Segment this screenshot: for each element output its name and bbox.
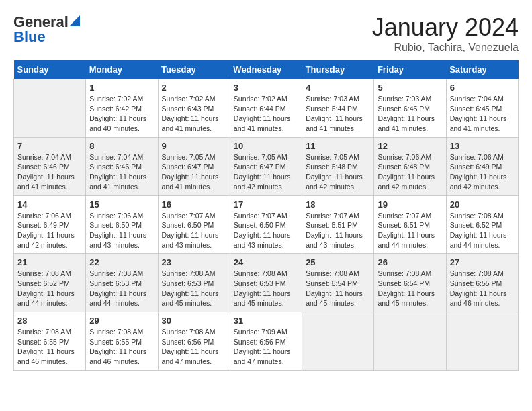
- day-number: 11: [306, 141, 370, 151]
- calendar-cell: [302, 312, 374, 371]
- calendar-cell: 30Sunrise: 7:08 AM Sunset: 6:56 PM Dayli…: [158, 312, 230, 371]
- day-number: 30: [162, 316, 226, 326]
- calendar-cell: 23Sunrise: 7:08 AM Sunset: 6:53 PM Dayli…: [158, 254, 230, 312]
- calendar-cell: 18Sunrise: 7:07 AM Sunset: 6:51 PM Dayli…: [302, 195, 374, 254]
- day-number: 22: [89, 257, 154, 267]
- calendar-table: SundayMondayTuesdayWednesdayThursdayFrid…: [13, 60, 519, 371]
- title-block: January 2024 Rubio, Tachira, Venezuela: [372, 13, 519, 54]
- day-info: Sunrise: 7:08 AM Sunset: 6:52 PM Dayligh…: [17, 269, 82, 308]
- calendar-cell: 31Sunrise: 7:09 AM Sunset: 6:56 PM Dayli…: [230, 312, 302, 371]
- page-header: General Blue January 2024 Rubio, Tachira…: [13, 13, 519, 54]
- day-number: 23: [162, 257, 226, 267]
- day-number: 15: [89, 199, 154, 210]
- day-info: Sunrise: 7:02 AM Sunset: 6:44 PM Dayligh…: [234, 94, 298, 134]
- day-number: 25: [306, 257, 370, 267]
- calendar-week-4: 21Sunrise: 7:08 AM Sunset: 6:52 PM Dayli…: [14, 254, 519, 312]
- calendar-cell: 11Sunrise: 7:05 AM Sunset: 6:48 PM Dayli…: [302, 137, 374, 195]
- calendar-cell: 28Sunrise: 7:08 AM Sunset: 6:55 PM Dayli…: [14, 312, 86, 371]
- calendar-cell: 17Sunrise: 7:07 AM Sunset: 6:50 PM Dayli…: [230, 195, 302, 254]
- day-number: 6: [450, 83, 515, 93]
- calendar-cell: 20Sunrise: 7:08 AM Sunset: 6:52 PM Dayli…: [446, 195, 518, 254]
- calendar-cell: 26Sunrise: 7:08 AM Sunset: 6:54 PM Dayli…: [374, 254, 446, 312]
- day-number: 26: [378, 257, 442, 267]
- day-info: Sunrise: 7:04 AM Sunset: 6:45 PM Dayligh…: [450, 94, 515, 134]
- calendar-header-row: SundayMondayTuesdayWednesdayThursdayFrid…: [14, 60, 519, 79]
- day-info: Sunrise: 7:02 AM Sunset: 6:42 PM Dayligh…: [89, 94, 154, 134]
- calendar-cell: 1Sunrise: 7:02 AM Sunset: 6:42 PM Daylig…: [86, 79, 158, 138]
- day-info: Sunrise: 7:06 AM Sunset: 6:49 PM Dayligh…: [450, 152, 515, 192]
- day-number: 8: [89, 141, 154, 151]
- day-info: Sunrise: 7:08 AM Sunset: 6:54 PM Dayligh…: [378, 269, 442, 308]
- calendar-week-1: 1Sunrise: 7:02 AM Sunset: 6:42 PM Daylig…: [14, 79, 519, 138]
- day-info: Sunrise: 7:07 AM Sunset: 6:50 PM Dayligh…: [234, 211, 298, 250]
- logo-arrow-icon: [69, 15, 80, 26]
- calendar-cell: 3Sunrise: 7:02 AM Sunset: 6:44 PM Daylig…: [230, 79, 302, 138]
- header-sunday: Sunday: [14, 60, 86, 79]
- day-number: 14: [17, 199, 82, 210]
- logo: General Blue: [13, 13, 80, 46]
- header-tuesday: Tuesday: [158, 60, 230, 79]
- header-wednesday: Wednesday: [230, 60, 302, 79]
- day-number: 19: [378, 199, 442, 210]
- day-number: 24: [234, 257, 298, 267]
- day-info: Sunrise: 7:07 AM Sunset: 6:51 PM Dayligh…: [378, 211, 442, 250]
- calendar-week-2: 7Sunrise: 7:04 AM Sunset: 6:46 PM Daylig…: [14, 137, 519, 195]
- calendar-cell: 15Sunrise: 7:06 AM Sunset: 6:50 PM Dayli…: [86, 195, 158, 254]
- day-info: Sunrise: 7:02 AM Sunset: 6:43 PM Dayligh…: [162, 94, 226, 134]
- calendar-cell: [446, 312, 518, 371]
- day-number: 29: [89, 316, 154, 326]
- day-info: Sunrise: 7:07 AM Sunset: 6:50 PM Dayligh…: [162, 211, 226, 250]
- calendar-cell: 22Sunrise: 7:08 AM Sunset: 6:53 PM Dayli…: [86, 254, 158, 312]
- header-friday: Friday: [374, 60, 446, 79]
- logo-blue: Blue: [13, 28, 46, 46]
- day-info: Sunrise: 7:06 AM Sunset: 6:48 PM Dayligh…: [378, 152, 442, 192]
- calendar-cell: 6Sunrise: 7:04 AM Sunset: 6:45 PM Daylig…: [446, 79, 518, 138]
- calendar-cell: 16Sunrise: 7:07 AM Sunset: 6:50 PM Dayli…: [158, 195, 230, 254]
- calendar-cell: 10Sunrise: 7:05 AM Sunset: 6:47 PM Dayli…: [230, 137, 302, 195]
- header-saturday: Saturday: [446, 60, 518, 79]
- day-number: 27: [450, 257, 515, 267]
- calendar-cell: 19Sunrise: 7:07 AM Sunset: 6:51 PM Dayli…: [374, 195, 446, 254]
- day-info: Sunrise: 7:03 AM Sunset: 6:45 PM Dayligh…: [378, 94, 442, 134]
- day-info: Sunrise: 7:05 AM Sunset: 6:48 PM Dayligh…: [306, 152, 370, 192]
- calendar-cell: 8Sunrise: 7:04 AM Sunset: 6:46 PM Daylig…: [86, 137, 158, 195]
- day-number: 17: [234, 199, 298, 210]
- day-info: Sunrise: 7:08 AM Sunset: 6:54 PM Dayligh…: [306, 269, 370, 308]
- day-info: Sunrise: 7:04 AM Sunset: 6:46 PM Dayligh…: [17, 152, 82, 192]
- day-number: 1: [89, 83, 154, 93]
- day-number: 18: [306, 199, 370, 210]
- day-info: Sunrise: 7:08 AM Sunset: 6:55 PM Dayligh…: [450, 269, 515, 308]
- header-thursday: Thursday: [302, 60, 374, 79]
- day-info: Sunrise: 7:08 AM Sunset: 6:53 PM Dayligh…: [162, 269, 226, 308]
- day-info: Sunrise: 7:08 AM Sunset: 6:55 PM Dayligh…: [89, 327, 154, 367]
- calendar-cell: 9Sunrise: 7:05 AM Sunset: 6:47 PM Daylig…: [158, 137, 230, 195]
- day-number: 10: [234, 141, 298, 151]
- calendar-cell: [14, 79, 86, 138]
- calendar-cell: 27Sunrise: 7:08 AM Sunset: 6:55 PM Dayli…: [446, 254, 518, 312]
- day-number: 3: [234, 83, 298, 93]
- day-number: 5: [378, 83, 442, 93]
- day-info: Sunrise: 7:08 AM Sunset: 6:52 PM Dayligh…: [450, 211, 515, 250]
- day-info: Sunrise: 7:05 AM Sunset: 6:47 PM Dayligh…: [234, 152, 298, 192]
- calendar-cell: 29Sunrise: 7:08 AM Sunset: 6:55 PM Dayli…: [86, 312, 158, 371]
- day-number: 28: [17, 316, 82, 326]
- day-info: Sunrise: 7:06 AM Sunset: 6:50 PM Dayligh…: [89, 211, 154, 250]
- svg-marker-0: [69, 15, 80, 26]
- day-number: 12: [378, 141, 442, 151]
- calendar-cell: 24Sunrise: 7:08 AM Sunset: 6:53 PM Dayli…: [230, 254, 302, 312]
- day-info: Sunrise: 7:07 AM Sunset: 6:51 PM Dayligh…: [306, 211, 370, 250]
- day-info: Sunrise: 7:08 AM Sunset: 6:53 PM Dayligh…: [89, 269, 154, 308]
- day-number: 9: [162, 141, 226, 151]
- calendar-cell: 2Sunrise: 7:02 AM Sunset: 6:43 PM Daylig…: [158, 79, 230, 138]
- day-info: Sunrise: 7:06 AM Sunset: 6:49 PM Dayligh…: [17, 211, 82, 250]
- calendar-week-5: 28Sunrise: 7:08 AM Sunset: 6:55 PM Dayli…: [14, 312, 519, 371]
- day-info: Sunrise: 7:03 AM Sunset: 6:44 PM Dayligh…: [306, 94, 370, 134]
- day-number: 7: [17, 141, 82, 151]
- day-number: 2: [162, 83, 226, 93]
- calendar-cell: 4Sunrise: 7:03 AM Sunset: 6:44 PM Daylig…: [302, 79, 374, 138]
- day-number: 16: [162, 199, 226, 210]
- day-number: 31: [234, 316, 298, 326]
- day-number: 20: [450, 199, 515, 210]
- day-info: Sunrise: 7:09 AM Sunset: 6:56 PM Dayligh…: [234, 327, 298, 367]
- calendar-cell: 21Sunrise: 7:08 AM Sunset: 6:52 PM Dayli…: [14, 254, 86, 312]
